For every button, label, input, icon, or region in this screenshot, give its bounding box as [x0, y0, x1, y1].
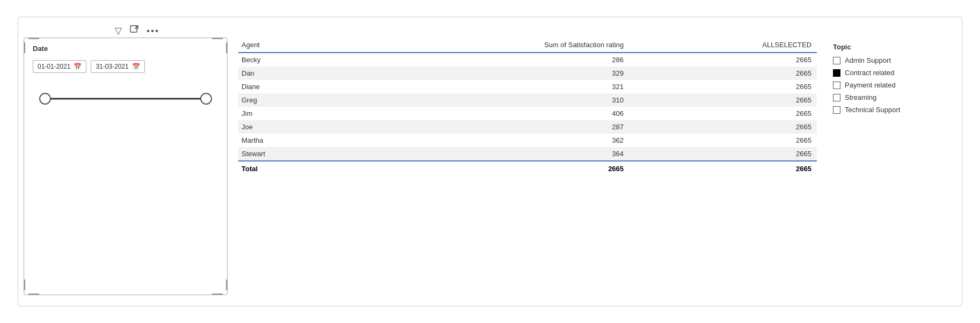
slider-thumb-left[interactable]	[39, 93, 51, 105]
topic-item-label: Admin Support	[845, 56, 891, 64]
topic-items-container: Admin SupportContract relatedPayment rel…	[833, 56, 951, 114]
cell-allselected: 2665	[629, 67, 817, 80]
cell-agent: Dan	[238, 67, 343, 80]
start-calendar-icon[interactable]: 📅	[74, 63, 82, 70]
total-label: Total	[238, 161, 343, 176]
topic-checkbox[interactable]	[833, 57, 840, 64]
topic-checkbox[interactable]	[833, 69, 840, 77]
export-icon[interactable]	[129, 25, 139, 37]
col-agent: Agent	[238, 38, 343, 53]
svg-rect-0	[130, 26, 137, 32]
topic-section: Topic Admin SupportContract relatedPayme…	[828, 38, 956, 123]
more-icon[interactable]: •••	[147, 26, 159, 36]
topic-title: Topic	[833, 43, 951, 51]
total-allselected: 2665	[629, 161, 817, 176]
topic-item-label: Payment related	[845, 81, 896, 89]
cell-satisfaction: 329	[343, 67, 629, 80]
end-calendar-icon[interactable]: 📅	[132, 63, 140, 70]
slider-track-area[interactable]	[33, 90, 218, 107]
cell-satisfaction: 362	[343, 134, 629, 147]
topic-checkbox[interactable]	[833, 82, 840, 89]
start-date-input[interactable]: 01-01-2021 📅	[33, 60, 86, 73]
table-row: Diane3212665	[238, 80, 817, 93]
table-row: Stewart3642665	[238, 147, 817, 161]
filter-icon[interactable]: ▽	[115, 25, 122, 36]
table-row: Martha3622665	[238, 134, 817, 147]
end-date-value: 31-03-2021	[96, 63, 128, 70]
cell-agent: Diane	[238, 80, 343, 93]
cell-satisfaction: 286	[343, 53, 629, 67]
slicer-label: Date	[33, 45, 218, 53]
cell-allselected: 2665	[629, 93, 817, 107]
topic-item-label: Streaming	[845, 93, 876, 101]
topic-item-label: Technical Support	[845, 106, 900, 114]
main-container: ▽ ••• Date 01-01-2021 📅 31-03-2021	[18, 17, 962, 306]
cell-allselected: 2665	[629, 120, 817, 134]
col-allselected: ALLSELECTED	[629, 38, 817, 53]
cell-satisfaction: 364	[343, 147, 629, 161]
data-table: Agent Sum of Satisfaction rating ALLSELE…	[238, 38, 817, 176]
table-row: Jim4062665	[238, 107, 817, 120]
table-section: Agent Sum of Satisfaction rating ALLSELE…	[228, 38, 828, 176]
total-satisfaction: 2665	[343, 161, 629, 176]
svg-line-1	[135, 26, 138, 29]
topic-checkbox[interactable]	[833, 106, 840, 114]
table-row: Dan3292665	[238, 67, 817, 80]
slider-thumb-right[interactable]	[200, 93, 212, 105]
end-date-input[interactable]: 31-03-2021 📅	[91, 60, 144, 73]
cell-agent: Stewart	[238, 147, 343, 161]
topic-item[interactable]: Contract related	[833, 69, 951, 77]
table-row: Joe2872665	[238, 120, 817, 134]
cell-satisfaction: 321	[343, 80, 629, 93]
cell-agent: Becky	[238, 53, 343, 67]
cell-agent: Greg	[238, 93, 343, 107]
col-satisfaction: Sum of Satisfaction rating	[343, 38, 629, 53]
cell-allselected: 2665	[629, 53, 817, 67]
start-date-value: 01-01-2021	[38, 63, 70, 70]
table-row: Greg3102665	[238, 93, 817, 107]
cell-allselected: 2665	[629, 80, 817, 93]
cell-agent: Martha	[238, 134, 343, 147]
date-slicer: Date 01-01-2021 📅 31-03-2021 📅	[24, 38, 228, 295]
cell-allselected: 2665	[629, 107, 817, 120]
cell-agent: Jim	[238, 107, 343, 120]
topic-item[interactable]: Payment related	[833, 81, 951, 89]
date-inputs: 01-01-2021 📅 31-03-2021 📅	[33, 60, 218, 73]
table-row: Becky2862665	[238, 53, 817, 67]
topic-item[interactable]: Admin Support	[833, 56, 951, 64]
topic-item[interactable]: Technical Support	[833, 106, 951, 114]
topic-item[interactable]: Streaming	[833, 93, 951, 101]
cell-satisfaction: 406	[343, 107, 629, 120]
cell-allselected: 2665	[629, 147, 817, 161]
topic-checkbox[interactable]	[833, 94, 840, 101]
slider-track	[43, 98, 208, 100]
cell-allselected: 2665	[629, 134, 817, 147]
cell-satisfaction: 310	[343, 93, 629, 107]
topic-item-label: Contract related	[845, 69, 895, 77]
cell-agent: Joe	[238, 120, 343, 134]
cell-satisfaction: 287	[343, 120, 629, 134]
